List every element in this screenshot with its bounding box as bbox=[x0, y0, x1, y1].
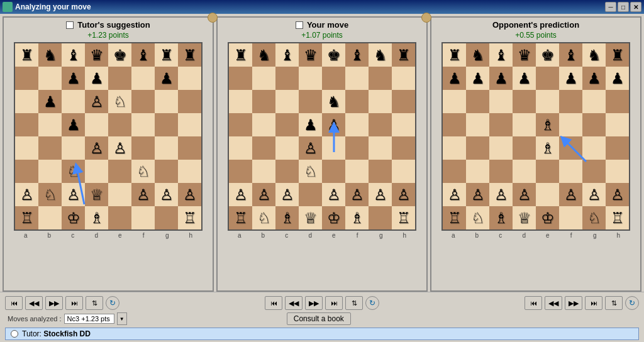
cell-r3-f2[interactable]: ♟ bbox=[62, 113, 85, 136]
cell-r4-f7[interactable] bbox=[392, 136, 415, 160]
cell-r5-f7[interactable] bbox=[392, 160, 415, 183]
cell-r0-f7[interactable]: ♜ bbox=[606, 43, 629, 67]
cell-r0-f3[interactable]: ♛ bbox=[299, 43, 322, 67]
cell-r0-f4[interactable]: ♚ bbox=[322, 43, 345, 67]
minimize-button[interactable]: ─ bbox=[605, 2, 616, 12]
cell-r3-f1[interactable] bbox=[252, 113, 275, 136]
cell-r5-f4[interactable] bbox=[322, 160, 345, 183]
cell-r4-f2[interactable] bbox=[62, 136, 85, 160]
cell-r5-f3[interactable]: ♘ bbox=[299, 160, 322, 183]
cell-r1-f0[interactable] bbox=[15, 67, 38, 90]
cell-r2-f0[interactable] bbox=[15, 90, 38, 113]
cell-r0-f1[interactable]: ♞ bbox=[466, 43, 489, 67]
cell-r1-f2[interactable]: ♟ bbox=[489, 67, 513, 90]
cell-r1-f4[interactable] bbox=[536, 67, 559, 90]
right-rewind[interactable]: ⏮ bbox=[525, 296, 542, 310]
cell-r6-f1[interactable]: ♘ bbox=[38, 183, 62, 206]
cell-r6-f6[interactable]: ♙ bbox=[155, 183, 178, 206]
cell-r2-f4[interactable]: ♘ bbox=[108, 90, 131, 113]
cell-r6-f5[interactable]: ♙ bbox=[131, 183, 155, 206]
cell-r4-f7[interactable] bbox=[178, 136, 201, 160]
cell-r4-f0[interactable] bbox=[443, 136, 466, 160]
cell-r6-f7[interactable]: ♙ bbox=[606, 183, 629, 206]
cell-r5-f7[interactable] bbox=[178, 160, 201, 183]
cell-r7-f5[interactable] bbox=[131, 206, 155, 229]
cell-r5-f7[interactable] bbox=[606, 160, 629, 183]
cell-r1-f1[interactable] bbox=[38, 67, 62, 90]
cell-r2-f1[interactable]: ♟ bbox=[38, 90, 62, 113]
cell-r6-f7[interactable]: ♙ bbox=[178, 183, 201, 206]
right-back[interactable]: ◀◀ bbox=[545, 296, 562, 310]
cell-r1-f5[interactable] bbox=[345, 67, 369, 90]
cell-r6-f2[interactable]: ♙ bbox=[62, 183, 85, 206]
cell-r2-f6[interactable] bbox=[369, 90, 392, 113]
cell-r4-f5[interactable] bbox=[345, 136, 369, 160]
cell-r4-f6[interactable] bbox=[155, 136, 178, 160]
tutor-radio[interactable] bbox=[11, 330, 18, 338]
cell-r0-f2[interactable]: ♝ bbox=[62, 43, 85, 67]
cell-r1-f5[interactable]: ♟ bbox=[559, 67, 582, 90]
cell-r3-f5[interactable] bbox=[559, 113, 582, 136]
cell-r5-f1[interactable] bbox=[38, 160, 62, 183]
cell-r4-f6[interactable] bbox=[582, 136, 606, 160]
cell-r1-f2[interactable] bbox=[275, 67, 299, 90]
tutor-chess-board[interactable]: ♜♞♝♛♚♝♜♜♟♟♟♟♙♘♟♙♙♘♘♙♘♙♕♙♙♙♖♔♗♖ bbox=[14, 42, 203, 231]
cell-r4-f0[interactable] bbox=[15, 136, 38, 160]
cell-r4-f2[interactable] bbox=[275, 136, 299, 160]
cell-r4-f5[interactable] bbox=[131, 136, 155, 160]
cell-r7-f6[interactable] bbox=[155, 206, 178, 229]
rewind-button[interactable]: ⏮ bbox=[5, 296, 23, 310]
cell-r5-f6[interactable] bbox=[582, 160, 606, 183]
cell-r2-f5[interactable] bbox=[559, 90, 582, 113]
cell-r2-f0[interactable] bbox=[229, 90, 252, 113]
cell-r7-f3[interactable]: ♕ bbox=[513, 206, 536, 229]
cell-r2-f0[interactable] bbox=[443, 90, 466, 113]
cell-r7-f3[interactable]: ♕ bbox=[299, 206, 322, 229]
cell-r0-f1[interactable]: ♞ bbox=[252, 43, 275, 67]
cell-r0-f2[interactable]: ♝ bbox=[275, 43, 299, 67]
refresh-button-left[interactable]: ↻ bbox=[106, 296, 119, 310]
cell-r7-f1[interactable]: ♘ bbox=[466, 206, 489, 229]
cell-r1-f5[interactable] bbox=[131, 67, 155, 90]
cell-r1-f3[interactable]: ♟ bbox=[513, 67, 536, 90]
cell-r7-f6[interactable] bbox=[369, 206, 392, 229]
cell-r6-f2[interactable]: ♙ bbox=[489, 183, 513, 206]
cell-r6-f0[interactable]: ♙ bbox=[15, 183, 38, 206]
fast-forward-button[interactable]: ⏭ bbox=[65, 296, 83, 310]
cell-r1-f6[interactable] bbox=[369, 67, 392, 90]
cell-r4-f1[interactable] bbox=[38, 136, 62, 160]
cell-r2-f3[interactable] bbox=[299, 90, 322, 113]
cell-r0-f3[interactable]: ♛ bbox=[85, 43, 108, 67]
cell-r4-f2[interactable] bbox=[489, 136, 513, 160]
cell-r4-f3[interactable] bbox=[513, 136, 536, 160]
cell-r7-f4[interactable]: ♔ bbox=[322, 206, 345, 229]
back-button[interactable]: ◀◀ bbox=[25, 296, 43, 310]
cell-r3-f7[interactable] bbox=[178, 113, 201, 136]
cell-r6-f1[interactable]: ♙ bbox=[252, 183, 275, 206]
cell-r5-f3[interactable] bbox=[85, 160, 108, 183]
cell-r2-f2[interactable] bbox=[489, 90, 513, 113]
cell-r7-f5[interactable] bbox=[559, 206, 582, 229]
left-controls[interactable]: ⏮ ◀◀ ▶▶ ⏭ ⇅ ↻ bbox=[5, 296, 119, 310]
cell-r4-f5[interactable] bbox=[559, 136, 582, 160]
cell-r3-f0[interactable] bbox=[443, 113, 466, 136]
cell-r2-f6[interactable] bbox=[155, 90, 178, 113]
cell-r1-f7[interactable] bbox=[392, 67, 415, 90]
cell-r5-f3[interactable] bbox=[513, 160, 536, 183]
window-controls[interactable]: ─ □ ✕ bbox=[605, 2, 641, 12]
cell-r5-f5[interactable] bbox=[345, 160, 369, 183]
cell-r3-f1[interactable] bbox=[466, 113, 489, 136]
cell-r0-f6[interactable]: ♞ bbox=[582, 43, 606, 67]
center-controls[interactable]: ⏮ ◀◀ ▶▶ ⏭ ⇅ ↻ bbox=[265, 296, 379, 310]
cell-r0-f3[interactable]: ♛ bbox=[513, 43, 536, 67]
cell-r4-f0[interactable] bbox=[229, 136, 252, 160]
cell-r7-f0[interactable]: ♖ bbox=[15, 206, 38, 229]
cell-r2-f1[interactable] bbox=[252, 90, 275, 113]
cell-r0-f5[interactable]: ♝ bbox=[345, 43, 369, 67]
cell-r2-f1[interactable] bbox=[466, 90, 489, 113]
cell-r6-f5[interactable]: ♙ bbox=[559, 183, 582, 206]
right-flip[interactable]: ⇅ bbox=[605, 296, 623, 310]
cell-r1-f6[interactable]: ♟ bbox=[582, 67, 606, 90]
cell-r3-f4[interactable]: ♗ bbox=[536, 113, 559, 136]
cell-r2-f3[interactable]: ♙ bbox=[85, 90, 108, 113]
